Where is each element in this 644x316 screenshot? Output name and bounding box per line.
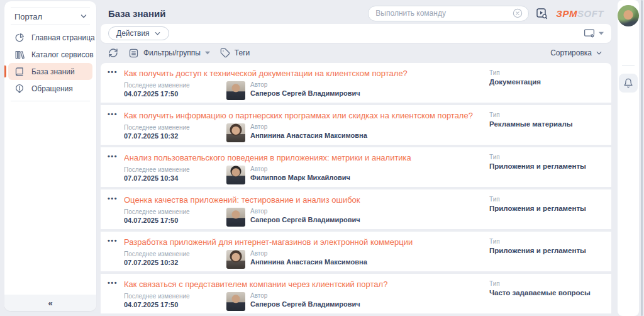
author-block: Автор Саперов Сергей Владимирович (226, 208, 360, 227)
author-name: Анпинина Анастасия Максимовна (250, 258, 367, 266)
bell-icon (623, 78, 633, 88)
row-actions-menu[interactable]: ••• (108, 195, 118, 202)
author-name: Анпинина Анастасия Максимовна (250, 132, 367, 139)
type-value: Рекламные материалы (489, 120, 573, 128)
modified-label: Последнее изменение (124, 82, 190, 89)
author-label: Автор (250, 250, 367, 257)
sidebar-item-label: База знаний (31, 67, 75, 76)
view-settings-button[interactable] (583, 27, 604, 40)
command-input[interactable] (375, 9, 512, 18)
author-avatar (226, 123, 245, 142)
workspace-selector[interactable]: Портал (4, 8, 96, 25)
tags-label: Теги (235, 48, 250, 57)
author-label: Автор (250, 123, 367, 130)
notifications-button[interactable] (619, 74, 638, 93)
sidebar-item-label: Главная страница (31, 33, 95, 42)
modified-value: 04.07.2025 17:50 (124, 301, 190, 308)
user-avatar[interactable] (618, 5, 639, 26)
author-block: Автор Саперов Сергей Владимирович (226, 81, 360, 100)
rail-divider (622, 65, 635, 66)
actions-button[interactable]: Действия (108, 26, 169, 40)
modified-block: Последнее изменение 07.07.2025 10:34 (124, 166, 190, 182)
row-actions-menu[interactable]: ••• (108, 152, 118, 160)
modified-block: Последнее изменение 04.07.2025 17:50 (124, 208, 190, 224)
logo-text-gray: SOFT (577, 8, 604, 19)
logo-text-orange: ЗРМ (556, 8, 577, 19)
type-label: Тип (489, 69, 541, 76)
filters-groups-label: Фильтры/группы (143, 48, 201, 57)
type-block: Тип Часто задаваемые вопросы (489, 280, 591, 296)
modified-label: Последнее изменение (124, 124, 190, 131)
type-label: Тип (489, 238, 586, 245)
type-label: Тип (489, 196, 586, 203)
chevron-down-icon (154, 30, 161, 37)
filters-groups-dropdown[interactable]: Фильтры/группы (128, 48, 210, 59)
caret-down-icon (205, 51, 210, 55)
app-root: Портал Главная страница (0, 0, 644, 316)
chevron-down-icon (80, 13, 87, 20)
tag-icon (220, 48, 230, 58)
toolbar: Действия (101, 24, 611, 43)
article-title-link[interactable]: Как связаться с представителем компании … (124, 279, 387, 289)
sidebar-item-cases[interactable]: Обращения (8, 80, 92, 97)
article-title-link[interactable]: Как получить доступ к технической докуме… (124, 69, 408, 78)
row-actions-menu[interactable]: ••• (108, 279, 118, 286)
type-label: Тип (489, 111, 573, 118)
sidebar-item-service-catalog[interactable]: Каталог сервисов (8, 46, 92, 63)
sidebar-nav: Главная страница Каталог сервисов База з… (4, 25, 96, 101)
modified-block: Последнее изменение 07.07.2025 10:32 (124, 124, 190, 140)
sort-label: Сортировка (550, 48, 592, 57)
author-block: Автор Анпинина Анастасия Максимовна (226, 123, 367, 142)
modified-value: 04.07.2025 17:50 (124, 90, 190, 98)
clear-search-icon[interactable] (512, 8, 523, 19)
modified-value: 07.07.2025 10:32 (124, 132, 190, 140)
article-title-link[interactable]: Как получить информацию о партнерских пр… (124, 111, 473, 120)
author-block: Автор Анпинина Анастасия Максимовна (226, 250, 367, 269)
type-label: Тип (489, 280, 591, 287)
author-avatar (226, 208, 245, 227)
row-actions-menu[interactable]: ••• (108, 68, 118, 76)
modified-value: 07.07.2025 10:32 (124, 259, 190, 266)
sidebar-collapse-button[interactable]: « (4, 295, 96, 311)
type-block: Тип Приложения и регламенты (489, 154, 586, 170)
scrollbar[interactable] (641, 0, 643, 316)
tags-button[interactable]: Теги (220, 48, 250, 58)
type-block: Тип Приложения и регламенты (489, 238, 586, 254)
book-icon (14, 67, 25, 77)
pie-chart-icon (14, 33, 25, 43)
author-name: Саперов Сергей Владимирович (250, 300, 360, 308)
author-label: Автор (250, 81, 360, 88)
list-card-icon (128, 48, 139, 59)
author-block: Автор Филиппов Марк Михайлович (226, 166, 350, 184)
sidebar-item-knowledge-base[interactable]: База знаний (8, 63, 92, 80)
article-row: ••• Как связаться с представителем компа… (101, 274, 611, 313)
author-name: Саперов Сергей Владимирович (250, 89, 360, 97)
article-title-link[interactable]: Анализ пользовательского поведения в при… (124, 153, 411, 162)
article-row: ••• Как получить информацию о партнерски… (101, 105, 611, 145)
chevron-down-icon (596, 50, 602, 57)
modified-label: Последнее изменение (124, 166, 190, 173)
type-value: Приложения и регламенты (489, 247, 586, 254)
modified-label: Последнее изменение (124, 293, 190, 300)
type-label: Тип (489, 154, 586, 161)
author-label: Автор (250, 166, 350, 172)
pin-alert-icon (14, 84, 25, 94)
sort-dropdown[interactable]: Сортировка (550, 48, 602, 57)
article-title-link[interactable]: Оценка качества приложений: тестирование… (124, 195, 360, 205)
type-block: Тип Рекламные материалы (489, 111, 573, 128)
refresh-icon[interactable] (108, 48, 118, 58)
page-title: База знаний (108, 8, 165, 19)
type-value: Приложения и регламенты (489, 205, 586, 212)
row-actions-menu[interactable]: ••• (108, 110, 118, 118)
article-title-link[interactable]: Разработка приложений для интернет-магаз… (124, 237, 413, 247)
process-search-button[interactable] (535, 7, 548, 20)
row-actions-menu[interactable]: ••• (108, 237, 118, 244)
main-header: База знаний ЗРМSOFT (101, 0, 611, 26)
author-name: Филиппов Марк Михайлович (250, 174, 350, 181)
sidebar-item-home[interactable]: Главная страница (8, 29, 92, 46)
article-list: ••• Как получить доступ к технической до… (101, 63, 611, 316)
author-label: Автор (250, 208, 360, 215)
monitor-gear-icon (583, 27, 596, 40)
caret-down-icon (599, 31, 604, 35)
filter-bar: Фильтры/группы Теги Сортировка (101, 44, 611, 62)
